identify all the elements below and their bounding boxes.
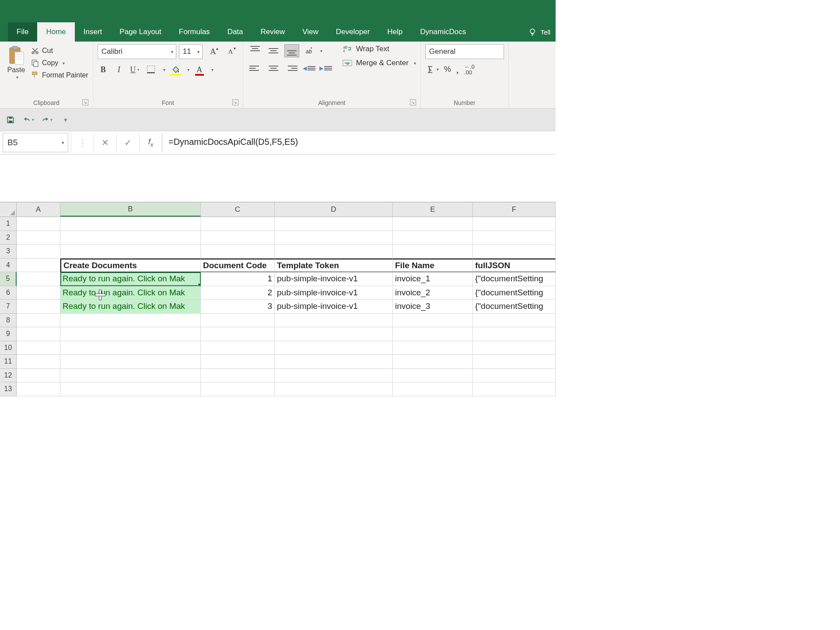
cell-F9[interactable] [473, 327, 556, 341]
decrease-indent-button[interactable]: ◀ [303, 62, 316, 74]
comma-button[interactable]: , [456, 63, 459, 75]
cell-D7[interactable]: pub-simple-invoice-v1 [275, 300, 393, 314]
cell-A8[interactable] [17, 314, 60, 328]
cell-A10[interactable] [17, 341, 60, 355]
tab-help[interactable]: Help [378, 22, 411, 42]
cell-D12[interactable] [275, 369, 393, 383]
row-header-5[interactable]: 5 [0, 272, 17, 286]
save-button[interactable] [5, 115, 16, 125]
font-colour-button[interactable]: A [194, 63, 205, 76]
row-header-12[interactable]: 12 [0, 369, 17, 383]
row-header-6[interactable]: 6 [0, 286, 17, 300]
cell-D2[interactable] [275, 231, 393, 245]
cell-F11[interactable] [473, 355, 556, 369]
cell-C5[interactable]: 1 [201, 272, 275, 286]
select-all-corner[interactable] [0, 203, 17, 217]
cell-C4[interactable]: Document Code [201, 259, 275, 273]
cell-A6[interactable] [17, 286, 60, 300]
cell-D11[interactable] [275, 355, 393, 369]
cell-E9[interactable] [393, 327, 473, 341]
cell-C7[interactable]: 3 [201, 300, 275, 314]
col-header-B[interactable]: B [60, 203, 201, 217]
cell-E10[interactable] [393, 341, 473, 355]
cell-A9[interactable] [17, 327, 60, 341]
cell-F3[interactable] [473, 245, 556, 259]
cell-A3[interactable] [17, 245, 60, 259]
paste-button[interactable]: Paste ▾ [4, 44, 28, 80]
cell-A1[interactable] [17, 217, 60, 231]
cell-C8[interactable] [201, 314, 275, 328]
align-right-button[interactable] [284, 62, 299, 75]
col-header-E[interactable]: E [393, 203, 473, 217]
cell-B6[interactable]: Ready to run again. Click on Mak [60, 286, 201, 300]
tab-review[interactable]: Review [252, 22, 294, 42]
italic-button[interactable]: I [113, 63, 125, 76]
cell-E12[interactable] [393, 369, 473, 383]
cell-C2[interactable] [201, 231, 275, 245]
redo-button[interactable]: ▾ [42, 115, 52, 125]
increase-decimal-button[interactable]: ←.0.00 [464, 64, 475, 75]
col-header-C[interactable]: C [201, 203, 275, 217]
cell-B8[interactable] [60, 314, 201, 328]
fill-colour-dropdown[interactable]: ▾ [187, 67, 189, 72]
row-header-11[interactable]: 11 [0, 355, 17, 369]
cell-D9[interactable] [275, 327, 393, 341]
cell-E13[interactable] [393, 382, 473, 396]
cell-D10[interactable] [275, 341, 393, 355]
cell-F6[interactable]: {"documentSetting [473, 286, 556, 300]
orientation-button[interactable]: ab [303, 44, 315, 57]
cell-A5[interactable] [17, 272, 60, 286]
tab-home[interactable]: Home [37, 22, 74, 42]
cell-B5[interactable]: Ready to run again. Click on Mak [60, 272, 201, 286]
merge-center-button[interactable]: a Merge & Center ▾ [342, 58, 416, 68]
cell-D3[interactable] [275, 245, 393, 259]
qat-customise[interactable]: ▾ [60, 115, 71, 125]
increase-font-button[interactable]: A▴ [205, 44, 221, 59]
cell-E7[interactable]: invoice_3 [393, 300, 473, 314]
tell-me[interactable]: Tell [523, 22, 556, 42]
clipboard-dialog-launcher[interactable] [82, 99, 88, 105]
cell-E8[interactable] [393, 314, 473, 328]
copy-button[interactable]: Copy ▾ [31, 59, 88, 67]
row-header-9[interactable]: 9 [0, 327, 17, 341]
font-dialog-launcher[interactable] [232, 99, 238, 105]
row-header-13[interactable]: 13 [0, 382, 17, 396]
cell-A2[interactable] [17, 231, 60, 245]
cell-C12[interactable] [201, 369, 275, 383]
underline-button[interactable]: U▾ [129, 63, 140, 76]
tab-dynamicdocs[interactable]: DynamicDocs [411, 22, 475, 42]
cut-button[interactable]: Cut [31, 47, 88, 55]
row-header-8[interactable]: 8 [0, 314, 17, 328]
font-size-select[interactable]: 11▾ [179, 44, 203, 59]
col-header-F[interactable]: F [473, 203, 556, 217]
cell-F4[interactable]: fullJSON [473, 259, 556, 273]
cell-A7[interactable] [17, 300, 60, 314]
row-header-4[interactable]: 4 [0, 259, 17, 273]
align-bottom-button[interactable] [284, 44, 299, 57]
format-painter-button[interactable]: Format Painter [31, 71, 88, 79]
tab-insert[interactable]: Insert [75, 22, 111, 42]
cell-A12[interactable] [17, 369, 60, 383]
cell-F8[interactable] [473, 314, 556, 328]
tab-developer[interactable]: Developer [327, 22, 379, 42]
row-header-2[interactable]: 2 [0, 231, 17, 245]
cell-C13[interactable] [201, 382, 275, 396]
cell-B7[interactable]: Ready to run again. Click on Mak [60, 300, 201, 314]
cell-C10[interactable] [201, 341, 275, 355]
undo-button[interactable]: ▾ [24, 115, 34, 125]
cell-C6[interactable]: 2 [201, 286, 275, 300]
formula-input[interactable]: =DynamicDocsApiCall(D5,F5,E5) [162, 133, 556, 152]
formula-split[interactable]: ⋮ [71, 133, 94, 152]
insert-function-button[interactable]: fx [139, 133, 162, 152]
align-left-button[interactable] [248, 62, 262, 75]
cell-C3[interactable] [201, 245, 275, 259]
borders-button[interactable] [145, 64, 157, 75]
cell-C9[interactable] [201, 327, 275, 341]
align-middle-button[interactable] [266, 44, 281, 57]
orientation-dropdown[interactable]: ▾ [320, 49, 322, 53]
font-name-select[interactable]: Calibri▾ [98, 44, 176, 59]
col-header-A[interactable]: A [17, 203, 60, 217]
row-header-7[interactable]: 7 [0, 300, 17, 314]
cell-A11[interactable] [17, 355, 60, 369]
cell-C11[interactable] [201, 355, 275, 369]
